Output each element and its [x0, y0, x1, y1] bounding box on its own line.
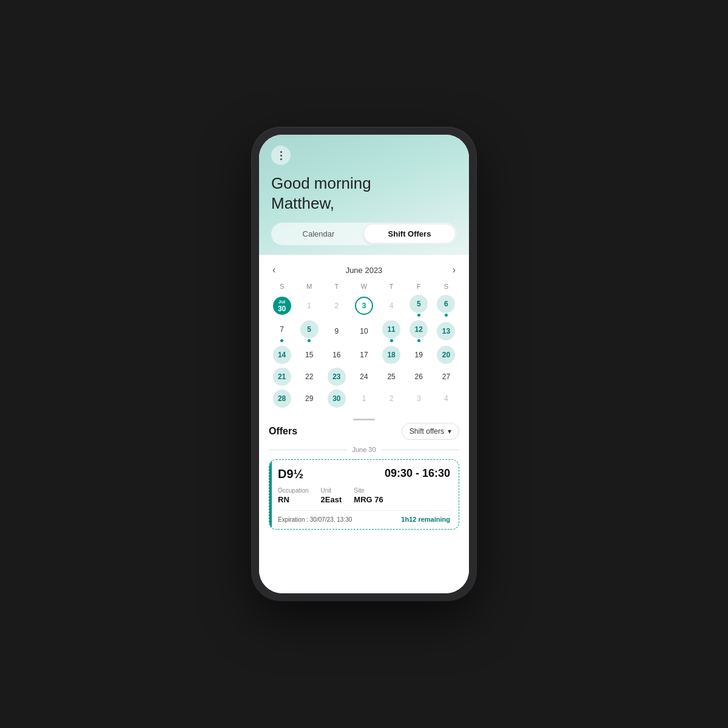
calendar-cell: 4	[379, 294, 405, 318]
calendar-cell: 9	[323, 319, 349, 343]
calendar-day[interactable]: 13	[437, 322, 455, 340]
calendar-day[interactable]: 30	[328, 389, 346, 408]
calendar-cell: 1	[351, 388, 377, 409]
calendar-grid: SMTWTFSJul301234567591011121314151617181…	[269, 281, 459, 409]
shift-card[interactable]: D9½ 09:30 - 16:30 Occupation RN Unit 2Ea…	[269, 459, 459, 530]
calendar-day[interactable]: 19	[410, 346, 428, 364]
calendar-day[interactable]: 1	[300, 297, 318, 315]
calendar-day[interactable]: 1	[355, 389, 373, 408]
unit-value: 2East	[321, 495, 342, 504]
event-dot	[390, 339, 393, 342]
event-dot	[280, 339, 283, 342]
calendar-day[interactable]: 20	[437, 346, 455, 364]
calendar-cell: 25	[379, 366, 405, 387]
calendar-cell: 13	[433, 319, 459, 343]
site-value: MRG 76	[354, 495, 383, 504]
chevron-down-icon: ▾	[448, 427, 451, 436]
divider-line-left	[269, 450, 347, 450]
calendar-day-header: S	[269, 281, 295, 292]
shift-occupation: Occupation RN	[278, 487, 309, 504]
phone-screen: Good morning Matthew, Calendar Shift Off…	[259, 135, 469, 593]
calendar-cell: 11	[379, 319, 405, 343]
event-dot	[308, 339, 311, 342]
remaining-text: 1h12 remaining	[401, 516, 450, 523]
calendar-day[interactable]: 10	[355, 322, 373, 340]
calendar-cell: 2	[323, 294, 349, 318]
calendar-cell: 6	[433, 294, 459, 318]
site-label: Site	[354, 487, 383, 494]
calendar-day[interactable]: 7	[273, 320, 291, 339]
calendar-day-header: T	[379, 281, 405, 292]
calendar-day[interactable]: 28	[273, 389, 291, 408]
calendar-day-header: F	[406, 281, 432, 292]
calendar-cell: 28	[269, 388, 295, 409]
calendar-day[interactable]: 14	[273, 346, 291, 364]
calendar-cell: Jul30	[269, 294, 295, 318]
calendar-day[interactable]: 3	[355, 297, 373, 315]
calendar-cell: 12	[406, 319, 432, 343]
calendar-day[interactable]: 22	[300, 368, 318, 386]
calendar-day[interactable]: 26	[410, 368, 428, 386]
calendar-day[interactable]: 23	[328, 368, 346, 386]
calendar-day[interactable]: 29	[300, 389, 318, 408]
calendar-day[interactable]: 12	[410, 320, 428, 339]
calendar-month: June 2023	[346, 266, 383, 275]
event-dot	[445, 314, 448, 317]
shift-card-top: D9½ 09:30 - 16:30	[278, 467, 450, 481]
calendar-cell: 5	[406, 294, 432, 318]
calendar-day[interactable]: 17	[355, 346, 373, 364]
calendar-area: ‹ June 2023 › SMTWTFSJul3012345675910111…	[259, 255, 469, 415]
calendar-cell: 29	[296, 388, 322, 409]
calendar-day[interactable]: 2	[328, 297, 346, 315]
calendar-day[interactable]: 2	[382, 389, 400, 408]
tab-calendar[interactable]: Calendar	[273, 224, 364, 243]
calendar-day[interactable]: 27	[437, 368, 455, 386]
divider-date: June 30	[352, 446, 376, 453]
calendar-day[interactable]: 3	[410, 389, 428, 408]
calendar-cell: 4	[433, 388, 459, 409]
shift-site: Site MRG 76	[354, 487, 383, 504]
tab-shift-offers[interactable]: Shift Offers	[364, 224, 455, 243]
calendar-cell: 16	[323, 345, 349, 365]
calendar-cell: 26	[406, 366, 432, 387]
calendar-cell: 2	[379, 388, 405, 409]
calendar-day[interactable]: 6	[437, 295, 455, 313]
shift-dropdown[interactable]: Shift offers ▾	[402, 423, 459, 440]
event-dot	[417, 314, 420, 317]
calendar-day[interactable]: 5	[300, 320, 318, 339]
calendar-day[interactable]: 15	[300, 346, 318, 364]
calendar-cell: 5	[296, 319, 322, 343]
calendar-cell: 24	[351, 366, 377, 387]
calendar-day[interactable]: 11	[382, 320, 400, 339]
calendar-day[interactable]: 21	[273, 368, 291, 386]
calendar-day[interactable]: 9	[328, 322, 346, 340]
calendar-day[interactable]: 24	[355, 368, 373, 386]
calendar-day[interactable]: 16	[328, 346, 346, 364]
menu-button[interactable]	[271, 146, 291, 165]
calendar-cell: 14	[269, 345, 295, 365]
calendar-cell: 30	[323, 388, 349, 409]
header-area: Good morning Matthew, Calendar Shift Off…	[259, 135, 469, 255]
calendar-prev-button[interactable]: ‹	[269, 263, 279, 277]
drag-bar	[353, 419, 375, 420]
calendar-cell: 7	[269, 319, 295, 343]
phone-device: Good morning Matthew, Calendar Shift Off…	[252, 127, 476, 601]
calendar-cell: 15	[296, 345, 322, 365]
calendar-cell: 20	[433, 345, 459, 365]
calendar-cell: 27	[433, 366, 459, 387]
calendar-day[interactable]: 5	[410, 295, 428, 313]
calendar-day-header: T	[323, 281, 349, 292]
calendar-cell: 19	[406, 345, 432, 365]
shift-details: Occupation RN Unit 2East Site MRG 76	[278, 487, 450, 504]
calendar-day[interactable]: 4	[382, 297, 400, 315]
calendar-day[interactable]: 25	[382, 368, 400, 386]
calendar-day-header: W	[351, 281, 377, 292]
calendar-cell: 18	[379, 345, 405, 365]
calendar-day[interactable]: 18	[382, 346, 400, 364]
calendar-day[interactable]: 4	[437, 389, 455, 408]
shift-time: 09:30 - 16:30	[385, 467, 450, 480]
calendar-day[interactable]: Jul30	[273, 297, 291, 315]
three-dots-icon	[280, 151, 282, 160]
calendar-next-button[interactable]: ›	[449, 263, 459, 277]
greeting-text: Good morning Matthew,	[271, 174, 457, 213]
